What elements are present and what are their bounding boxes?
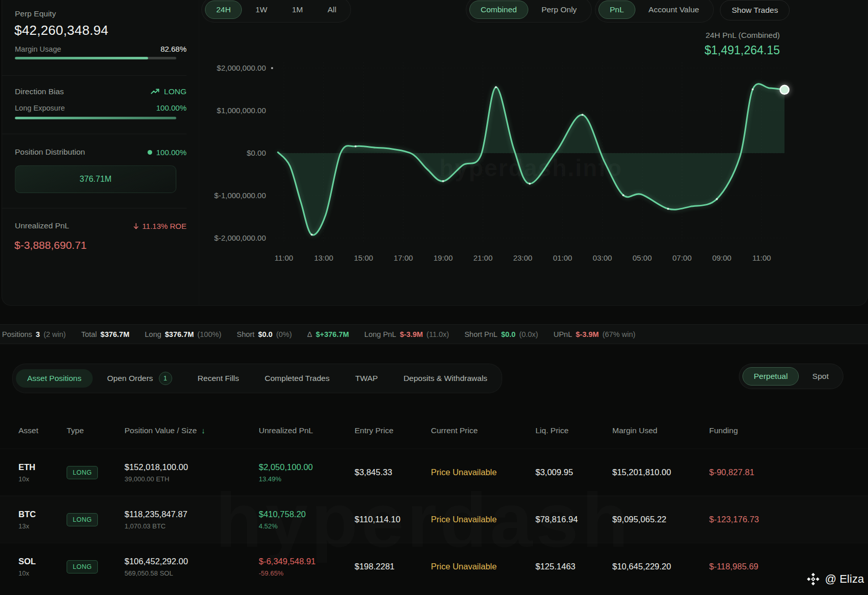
x-tick-label: 19:00 bbox=[433, 253, 453, 262]
position-row-btc[interactable]: BTC13xLONG$118,235,847.871,070.03 BTC$41… bbox=[0, 496, 868, 543]
pnl-caption: 24H PnL (Combined) bbox=[705, 31, 780, 40]
current-price-cell: Price Unavailable bbox=[431, 515, 535, 524]
current-price-cell: Price Unavailable bbox=[431, 468, 535, 477]
asset-cell: BTC13x bbox=[18, 509, 67, 530]
column-label: Current Price bbox=[431, 426, 478, 435]
long-exposure-value: 100.00% bbox=[156, 103, 187, 112]
column-header-liq-price[interactable]: Liq. Price bbox=[535, 426, 612, 435]
column-header-margin-used[interactable]: Margin Used bbox=[612, 426, 709, 435]
stats-panel: Perp Equity $42,260,348.94 Margin Usage … bbox=[2, 0, 199, 305]
margin-used-cell: $10,645,229.20 bbox=[612, 562, 709, 571]
entry-price-cell: $110,114.10 bbox=[355, 515, 431, 524]
type-cell: LONG bbox=[67, 513, 125, 526]
y-tick-label: $2,000,000.00 bbox=[217, 63, 266, 72]
tab-deposits-withdrawals[interactable]: Deposits & Withdrawals bbox=[392, 369, 499, 388]
y-tick-label: $0.00 bbox=[246, 148, 266, 157]
leverage-value: 10x bbox=[18, 475, 67, 483]
summary-value: $0.0 bbox=[501, 330, 515, 338]
long-exposure-label: Long Exposure bbox=[15, 104, 65, 112]
tab-asset-positions[interactable]: Asset Positions bbox=[16, 369, 93, 388]
tab-label: Deposits & Withdrawals bbox=[403, 374, 487, 383]
x-tick-label: 17:00 bbox=[394, 253, 413, 262]
data-point-marker bbox=[752, 89, 754, 91]
margin-usage-bar bbox=[15, 57, 176, 59]
upnl-percent: 13.49% bbox=[259, 475, 355, 483]
funding-value: $-118,985.69 bbox=[709, 562, 868, 571]
positions-table-body: ETH10xLONG$152,018,100.0039,000.00 ETH$2… bbox=[0, 449, 868, 590]
summary-value: $-3.9M bbox=[575, 330, 598, 338]
overview-card: Perp Equity $42,260,348.94 Margin Usage … bbox=[2, 0, 867, 306]
summary-extra: (100%) bbox=[197, 330, 221, 338]
metric-account-value-button[interactable]: Account Value bbox=[637, 1, 711, 19]
summary-value: $376.7M bbox=[165, 330, 194, 338]
range-1m-button[interactable]: 1M bbox=[281, 1, 315, 19]
tab-completed-trades[interactable]: Completed Trades bbox=[254, 369, 341, 388]
column-header-funding[interactable]: Funding bbox=[709, 426, 868, 435]
scope-combined-button[interactable]: Combined bbox=[469, 1, 528, 19]
scope-perp-only-button[interactable]: Perp Only bbox=[530, 1, 588, 19]
table-header: AssetTypePosition Value / Size↓Unrealize… bbox=[0, 413, 868, 449]
sort-desc-icon: ↓ bbox=[201, 426, 205, 435]
column-header-type[interactable]: Type bbox=[67, 426, 125, 435]
data-point-marker bbox=[716, 198, 718, 200]
x-tick-label: 13:00 bbox=[314, 253, 334, 262]
summary-label: Long bbox=[145, 330, 161, 338]
range-24h-button[interactable]: 24H bbox=[205, 1, 242, 19]
tab-open-orders[interactable]: Open Orders1 bbox=[96, 367, 183, 390]
summary-extra: (2 win) bbox=[44, 330, 66, 338]
funding-cell: $-123,176.73 bbox=[709, 515, 868, 524]
position-row-eth[interactable]: ETH10xLONG$152,018,100.0039,000.00 ETH$2… bbox=[0, 449, 868, 496]
pnl-value: $1,491,264.15 bbox=[705, 44, 780, 57]
asset-value: SOL bbox=[18, 557, 67, 566]
column-label: Funding bbox=[709, 426, 738, 435]
margin-usage-label: Margin Usage bbox=[15, 45, 61, 53]
range-1w-button[interactable]: 1W bbox=[244, 1, 278, 19]
column-header-entry-price[interactable]: Entry Price bbox=[355, 426, 431, 435]
perp-equity-value: $42,260,348.94 bbox=[14, 23, 109, 38]
tab-recent-fills[interactable]: Recent Fills bbox=[187, 369, 251, 388]
divider bbox=[2, 208, 187, 208]
data-point-marker bbox=[442, 180, 444, 182]
unrealized-pnl-value: $-3,888,690.71 bbox=[14, 239, 87, 251]
value-value: $106,452,292.00 bbox=[125, 557, 259, 566]
column-header-current-price[interactable]: Current Price bbox=[431, 426, 535, 435]
margin-usage-value: 82.68% bbox=[160, 45, 187, 53]
summary-item-short-pnl: Short PnL$0.0(0.0x) bbox=[464, 330, 538, 338]
column-header-unrealized-pnl[interactable]: Unrealized PnL bbox=[259, 426, 355, 435]
asset-value: ETH bbox=[18, 462, 67, 472]
liq-value: $78,816.94 bbox=[535, 515, 612, 524]
size-value: 569,050.58 SOL bbox=[125, 569, 259, 577]
margin-value: $9,095,065.22 bbox=[612, 515, 709, 524]
market-spot-button[interactable]: Spot bbox=[801, 367, 840, 386]
entry-value: $110,114.10 bbox=[355, 515, 431, 524]
tab-twap[interactable]: TWAP bbox=[344, 369, 389, 388]
funding-cell: $-118,985.69 bbox=[709, 562, 868, 571]
show-trades-button[interactable]: Show Trades bbox=[720, 0, 790, 20]
market-perpetual-button[interactable]: Perpetual bbox=[742, 367, 799, 386]
position-row-sol[interactable]: SOL10xLONG$106,452,292.00569,050.58 SOL$… bbox=[0, 543, 868, 590]
long-exposure-bar bbox=[15, 117, 176, 119]
column-label: Liq. Price bbox=[535, 426, 569, 435]
liq-price-cell: $78,816.94 bbox=[535, 515, 612, 524]
funding-cell: $-90,827.81 bbox=[709, 468, 868, 477]
column-header-asset[interactable]: Asset bbox=[18, 426, 67, 435]
x-tick-label: 11:00 bbox=[752, 253, 771, 262]
unrealized-pnl-cell: $2,050,100.0013.49% bbox=[259, 462, 355, 483]
summary-value: $376.7M bbox=[100, 330, 129, 338]
upnl-value: $410,758.20 bbox=[259, 509, 355, 519]
trending-up-icon bbox=[150, 87, 160, 96]
summary-item-total: Total$376.7M bbox=[81, 330, 129, 338]
summary-item-: Δ$+376.7M bbox=[307, 330, 349, 338]
tab-label: Recent Fills bbox=[198, 374, 239, 383]
position-distribution-box[interactable]: 376.71M bbox=[15, 165, 176, 193]
summary-extra: (0.0x) bbox=[519, 330, 538, 338]
x-tick-label: 21:00 bbox=[473, 253, 493, 262]
metric-pnl-button[interactable]: PnL bbox=[598, 1, 635, 19]
y-tick-label: $-2,000,000.00 bbox=[214, 233, 266, 242]
column-header-position-value-size[interactable]: Position Value / Size↓ bbox=[125, 426, 259, 435]
liq-value: $125.1463 bbox=[535, 562, 612, 571]
range-all-button[interactable]: All bbox=[316, 1, 347, 19]
summary-value: $0.0 bbox=[258, 330, 273, 338]
margin-used-cell: $15,201,810.00 bbox=[612, 468, 709, 477]
position-value-cell: $152,018,100.0039,000.00 ETH bbox=[125, 462, 259, 483]
